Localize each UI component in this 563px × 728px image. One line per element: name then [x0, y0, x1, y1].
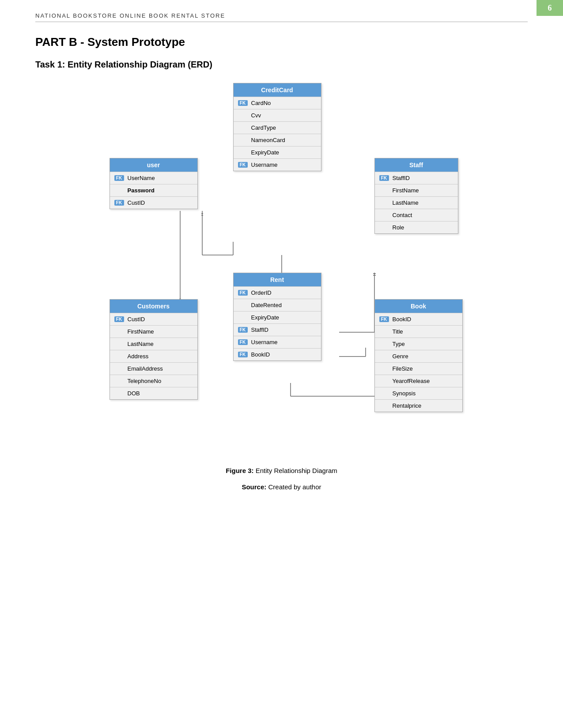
figure-label: Figure 3: — [226, 467, 253, 474]
customers-address: Address — [110, 350, 197, 362]
fk-badge: FK — [238, 100, 248, 106]
fk-badge: FK — [114, 175, 124, 181]
rent-bookid: FK BookID — [234, 348, 321, 360]
book-rentalprice: Rentalprice — [375, 399, 462, 412]
user-custid: FK CustID — [110, 196, 197, 209]
rent-orderid: FK OrderID — [234, 286, 321, 299]
main-content: PART B - System Prototype Task 1: Entity… — [35, 35, 528, 491]
fk-badge: FK — [238, 162, 248, 168]
customers-dob: DOB — [110, 387, 197, 399]
fk-badge: FK — [238, 290, 248, 296]
entity-rent-header: Rent — [234, 273, 321, 286]
customers-custid: FK CustID — [110, 313, 197, 325]
entity-rent: Rent FK OrderID DateRented ExpiryDate FK… — [233, 273, 321, 361]
entity-user-header: user — [110, 158, 197, 172]
source-text: Created by author — [266, 483, 321, 491]
entity-staff: Staff FK StaffID FirstName LastName Cont… — [374, 158, 458, 234]
source-label: Source: — [242, 483, 266, 491]
page-number: 6 — [537, 0, 563, 16]
book-yearofrelease: YearofRelease — [375, 375, 462, 387]
customers-telephoneno: TelephoneNo — [110, 375, 197, 387]
fk-badge: FK — [114, 316, 124, 322]
rent-username: FK Username — [234, 336, 321, 348]
rent-staffid: FK StaffID — [234, 323, 321, 336]
staff-contact: Contact — [375, 209, 458, 221]
fk-badge: FK — [379, 175, 389, 181]
fk-badge: FK — [379, 316, 389, 322]
entity-creditcard: CreditCard FK CardNo Cvv CardType Nameon… — [233, 83, 321, 171]
book-type: Type — [375, 338, 462, 350]
book-genre: Genre — [375, 350, 462, 362]
entity-book: Book FK BookID Title Type Genre FileSize… — [374, 299, 463, 412]
page-header: NATIONAL BOOKSTORE ONLINE BOOK RENTAL ST… — [35, 12, 528, 22]
fk-badge: FK — [114, 200, 124, 206]
staff-firstname: FirstName — [375, 184, 458, 196]
creditcard-nameoncard: NameonCard — [234, 134, 321, 146]
entity-staff-header: Staff — [375, 158, 458, 172]
creditcard-cardtype: CardType — [234, 121, 321, 134]
customers-lastname: LastName — [110, 338, 197, 350]
staff-lastname: LastName — [375, 196, 458, 209]
customers-emailaddress: EmailAddress — [110, 362, 197, 375]
erd-diagram: CreditCard FK CardNo Cvv CardType Nameon… — [83, 83, 480, 454]
creditcard-cardno: FK CardNo — [234, 97, 321, 109]
book-title: Title — [375, 325, 462, 338]
customers-firstname: FirstName — [110, 325, 197, 338]
part-title: PART B - System Prototype — [35, 35, 528, 49]
creditcard-username: FK Username — [234, 158, 321, 171]
book-synopsis: Synopsis — [375, 387, 462, 399]
entity-customers: Customers FK CustID FirstName LastName A… — [110, 299, 198, 400]
staff-staffid: FK StaffID — [375, 172, 458, 184]
user-password: Password — [110, 184, 197, 196]
rent-daterented: DateRented — [234, 299, 321, 311]
fk-badge: FK — [238, 339, 248, 345]
figure-text: Entity Relationship Diagram — [254, 467, 337, 474]
staff-role: Role — [375, 221, 458, 233]
fk-badge: FK — [238, 327, 248, 333]
creditcard-cvv: Cvv — [234, 109, 321, 121]
creditcard-expirydate: ExpiryDate — [234, 146, 321, 158]
figure-caption: Figure 3: Entity Relationship Diagram — [35, 467, 528, 474]
entity-customers-header: Customers — [110, 300, 197, 313]
fk-badge: FK — [238, 352, 248, 357]
entity-creditcard-header: CreditCard — [234, 83, 321, 97]
entity-book-header: Book — [375, 300, 462, 313]
task-title: Task 1: Entity Relationship Diagram (ERD… — [35, 60, 528, 70]
user-username: FK UserName — [110, 172, 197, 184]
source-caption: Source: Created by author — [35, 483, 528, 491]
entity-user: user FK UserName Password FK CustID — [110, 158, 198, 209]
book-bookid: FK BookID — [375, 313, 462, 325]
rent-expirydate: ExpiryDate — [234, 311, 321, 323]
book-filesize: FileSize — [375, 362, 462, 375]
